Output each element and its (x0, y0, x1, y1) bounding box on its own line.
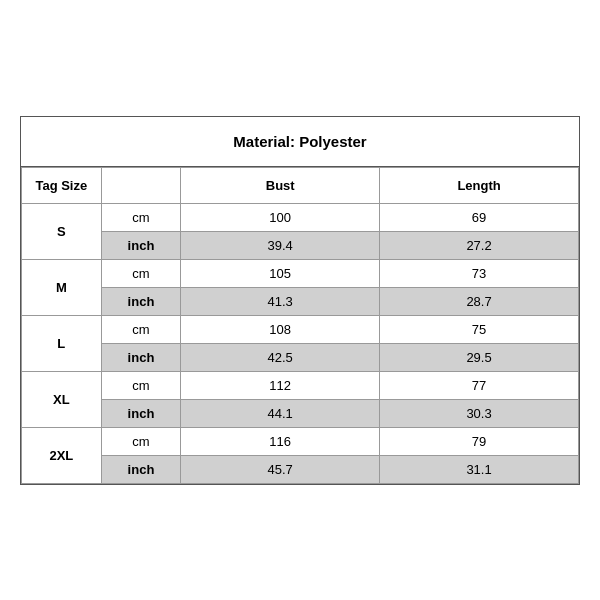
unit-header (101, 167, 181, 203)
table-row: Mcm10573 (22, 259, 579, 287)
bust-inch-value: 44.1 (181, 399, 380, 427)
unit-label-cm: cm (101, 427, 181, 455)
bust-inch-value: 42.5 (181, 343, 380, 371)
unit-label-inch: inch (101, 343, 181, 371)
unit-label-cm: cm (101, 259, 181, 287)
table-row: Lcm10875 (22, 315, 579, 343)
length-cm-value: 75 (380, 315, 579, 343)
table-row: inch41.328.7 (22, 287, 579, 315)
length-inch-value: 27.2 (380, 231, 579, 259)
length-inch-value: 29.5 (380, 343, 579, 371)
table-row: 2XLcm11679 (22, 427, 579, 455)
bust-cm-value: 116 (181, 427, 380, 455)
unit-label-inch: inch (101, 399, 181, 427)
bust-cm-value: 108 (181, 315, 380, 343)
bust-inch-value: 39.4 (181, 231, 380, 259)
tag-size-cell: M (22, 259, 102, 315)
tag-size-cell: L (22, 315, 102, 371)
length-inch-value: 30.3 (380, 399, 579, 427)
table-row: XLcm11277 (22, 371, 579, 399)
size-chart-container: Material: Polyester Tag Size Bust Length… (20, 116, 580, 485)
bust-header: Bust (181, 167, 380, 203)
length-cm-value: 77 (380, 371, 579, 399)
unit-label-inch: inch (101, 455, 181, 483)
length-inch-value: 31.1 (380, 455, 579, 483)
unit-label-inch: inch (101, 287, 181, 315)
table-row: Scm10069 (22, 203, 579, 231)
table-row: inch45.731.1 (22, 455, 579, 483)
bust-cm-value: 112 (181, 371, 380, 399)
tag-size-cell: XL (22, 371, 102, 427)
tag-size-cell: S (22, 203, 102, 259)
bust-cm-value: 105 (181, 259, 380, 287)
unit-label-cm: cm (101, 315, 181, 343)
tag-size-cell: 2XL (22, 427, 102, 483)
table-row: inch39.427.2 (22, 231, 579, 259)
bust-inch-value: 41.3 (181, 287, 380, 315)
unit-label-cm: cm (101, 203, 181, 231)
length-cm-value: 69 (380, 203, 579, 231)
table-row: inch42.529.5 (22, 343, 579, 371)
length-header: Length (380, 167, 579, 203)
length-inch-value: 28.7 (380, 287, 579, 315)
length-cm-value: 79 (380, 427, 579, 455)
tag-size-header: Tag Size (22, 167, 102, 203)
unit-label-inch: inch (101, 231, 181, 259)
table-row: inch44.130.3 (22, 399, 579, 427)
chart-title: Material: Polyester (21, 117, 579, 167)
length-cm-value: 73 (380, 259, 579, 287)
bust-inch-value: 45.7 (181, 455, 380, 483)
bust-cm-value: 100 (181, 203, 380, 231)
unit-label-cm: cm (101, 371, 181, 399)
size-table: Tag Size Bust Length Scm10069inch39.427.… (21, 167, 579, 484)
